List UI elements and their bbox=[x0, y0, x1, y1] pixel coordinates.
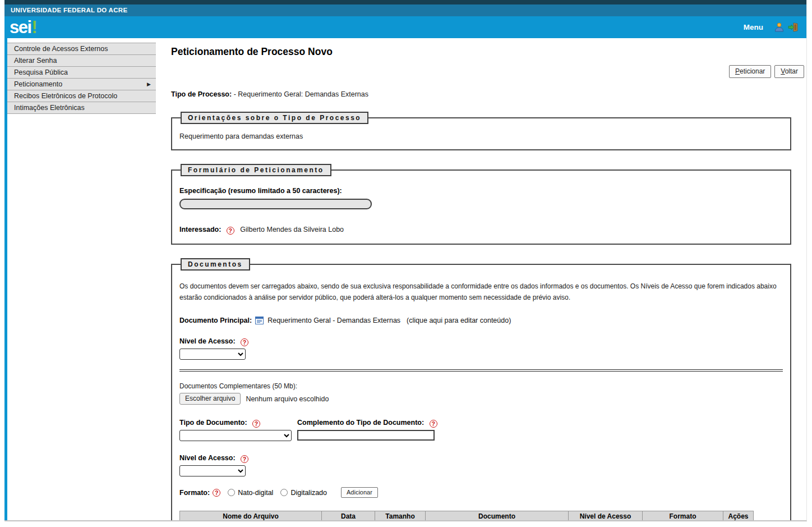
complemento-input[interactable] bbox=[297, 430, 435, 441]
col-data: Data bbox=[322, 511, 375, 521]
content-area: Controle de Acessos Externos Alterar Sen… bbox=[4, 38, 806, 521]
documentos-instrucoes: Os documentos devem ser carregados abaix… bbox=[179, 281, 783, 303]
header-actions: Menu bbox=[744, 22, 799, 33]
left-accent-strip bbox=[4, 38, 7, 520]
documentos-fieldset: Documentos Os documentos devem ser carre… bbox=[171, 258, 791, 521]
tipo-complemento-row: Tipo de Documento: ? Complemento do Tipo… bbox=[179, 417, 783, 441]
sidebar-item-controle-acessos[interactable]: Controle de Acessos Externos bbox=[7, 43, 156, 55]
radio-digitalizado-input[interactable] bbox=[280, 489, 288, 496]
menu-link[interactable]: Menu bbox=[744, 23, 763, 31]
documentos-table: Nome do Arquivo Data Tamanho Documento N… bbox=[179, 511, 754, 521]
nivel-acesso-2-select[interactable] bbox=[179, 465, 246, 476]
help-icon[interactable]: ? bbox=[241, 455, 248, 463]
col-nivel-acesso: Nível de Acesso bbox=[569, 511, 643, 521]
main-panel: Peticionamento de Processo Novo Peticion… bbox=[171, 38, 806, 521]
sidebar-item-pesquisa-publica[interactable]: Pesquisa Pública bbox=[7, 67, 156, 79]
nivel-acesso-2-label: Nível de Acesso: bbox=[179, 454, 236, 462]
sidebar-item-recibos[interactable]: Recibos Eletrônicos de Protocolo bbox=[7, 90, 156, 102]
sidebar-item-intimacoes[interactable]: Intimações Eletrônicas bbox=[7, 102, 156, 114]
sidebar-item-label: Alterar Senha bbox=[14, 57, 57, 65]
sidebar-item-label: Recibos Eletrônicos de Protocolo bbox=[14, 92, 117, 100]
page: UNIVERSIDADE FEDERAL DO ACRE sei! Menu bbox=[4, 0, 807, 521]
sidebar-item-alterar-senha[interactable]: Alterar Senha bbox=[7, 55, 156, 67]
especificacao-label: Especificação (resumo limitado a 50 cara… bbox=[179, 187, 342, 195]
section-divider bbox=[179, 369, 783, 372]
radio-nato-digital-input[interactable] bbox=[228, 489, 235, 496]
sidebar-item-label: Pesquisa Pública bbox=[14, 68, 68, 76]
formato-label: Formato: bbox=[179, 489, 210, 497]
sei-logo-bang: ! bbox=[32, 17, 37, 37]
documento-principal-label: Documento Principal: bbox=[179, 317, 252, 324]
documento-principal-hint[interactable]: (clique aqui para editar conteúdo) bbox=[407, 317, 511, 324]
radio-nato-digital[interactable]: Nato-digital bbox=[228, 489, 273, 497]
nivel-acesso-1-label: Nível de Acesso: bbox=[179, 337, 236, 345]
sei-logo[interactable]: sei! bbox=[10, 19, 36, 36]
institution-name: UNIVERSIDADE FEDERAL DO ACRE bbox=[11, 7, 127, 13]
sidebar-menu: Controle de Acessos Externos Alterar Sen… bbox=[7, 43, 156, 114]
page-title: Peticionamento de Processo Novo bbox=[171, 46, 804, 58]
help-icon[interactable]: ? bbox=[213, 489, 220, 497]
documentos-table-header-row: Nome do Arquivo Data Tamanho Documento N… bbox=[180, 511, 754, 521]
top-action-buttons: Peticionar Voltar bbox=[171, 65, 804, 78]
help-icon[interactable]: ? bbox=[252, 420, 260, 428]
file-status-text: Nenhum arquivo escolhido bbox=[246, 395, 329, 403]
tipo-documento-label: Tipo de Documento: bbox=[179, 419, 247, 427]
col-tamanho: Tamanho bbox=[375, 511, 426, 521]
tipo-processo-label: Tipo de Processo: bbox=[171, 90, 232, 98]
sidebar-item-label: Controle de Acessos Externos bbox=[14, 45, 108, 53]
orientacoes-text: Requerimento para demandas externas bbox=[179, 132, 783, 140]
col-acoes: Ações bbox=[723, 511, 754, 521]
sidebar-item-peticionamento[interactable]: Peticionamento ▶ bbox=[7, 79, 156, 90]
voltar-button[interactable]: Voltar bbox=[774, 65, 804, 78]
interessado-row: Interessado: ? Gilberto Mendes da Silvei… bbox=[179, 224, 783, 235]
sidebar-item-label: Peticionamento bbox=[14, 80, 62, 88]
file-input-row: Escolher arquivo Nenhum arquivo escolhid… bbox=[179, 393, 783, 405]
submenu-arrow-icon: ▶ bbox=[147, 81, 151, 87]
radio-digitalizado-label: Digitalizado bbox=[290, 489, 327, 497]
formulario-legend: Formulário de Peticionamento bbox=[181, 164, 331, 176]
nivel-acesso-1-select[interactable] bbox=[179, 349, 246, 360]
tipo-processo-row: Tipo de Processo: - Requerimento Geral: … bbox=[171, 90, 804, 98]
complemento-label: Complemento do Tipo de Documento: bbox=[297, 419, 424, 427]
formato-row: Formato: ? Nato-digital Digitalizado Adi… bbox=[179, 487, 783, 498]
sei-logo-text: sei bbox=[10, 17, 31, 37]
logout-door-icon[interactable] bbox=[788, 22, 799, 33]
documento-principal-link[interactable]: Requerimento Geral - Demandas Externas bbox=[267, 317, 400, 324]
col-documento: Documento bbox=[426, 511, 569, 521]
radio-digitalizado[interactable]: Digitalizado bbox=[280, 489, 327, 497]
interessado-label: Interessado: bbox=[179, 226, 221, 233]
documento-principal-row: Documento Principal: Requerimento Geral … bbox=[179, 317, 783, 324]
formulario-fieldset: Formulário de Peticionamento Especificaç… bbox=[171, 164, 791, 245]
especificacao-input[interactable] bbox=[179, 199, 372, 209]
institution-band: UNIVERSIDADE FEDERAL DO ACRE bbox=[4, 4, 806, 16]
top-strip bbox=[4, 0, 806, 4]
header-bar: sei! Menu bbox=[4, 16, 806, 38]
col-nome-arquivo: Nome do Arquivo bbox=[180, 511, 322, 521]
user-icon[interactable] bbox=[774, 22, 785, 33]
help-icon[interactable]: ? bbox=[227, 227, 234, 235]
help-icon[interactable]: ? bbox=[430, 420, 437, 428]
peticionar-button[interactable]: Peticionar bbox=[729, 65, 771, 78]
complemento-block: Complemento do Tipo de Documento: ? bbox=[297, 417, 437, 441]
orientacoes-legend: Orientações sobre o Tipo de Processo bbox=[181, 112, 368, 124]
sidebar-item-label: Intimações Eletrônicas bbox=[14, 104, 85, 112]
nivel-acesso-2-block: Nível de Acesso: ? bbox=[179, 452, 783, 476]
adicionar-button[interactable]: Adicionar bbox=[341, 487, 378, 498]
help-icon[interactable]: ? bbox=[241, 338, 248, 346]
interessado-value: Gilberto Mendes da Silveira Lobo bbox=[240, 226, 344, 233]
documentos-complementares-label: Documentos Complementares (50 Mb): bbox=[179, 382, 783, 390]
document-editor-icon[interactable] bbox=[255, 317, 264, 324]
radio-nato-digital-label: Nato-digital bbox=[238, 489, 273, 497]
tipo-documento-block: Tipo de Documento: ? bbox=[179, 417, 292, 441]
tipo-documento-select[interactable] bbox=[179, 430, 292, 441]
documentos-legend: Documentos bbox=[181, 258, 250, 271]
tipo-processo-value: - Requerimento Geral: Demandas Externas bbox=[234, 90, 368, 98]
col-formato: Formato bbox=[643, 511, 723, 521]
orientacoes-fieldset: Orientações sobre o Tipo de Processo Req… bbox=[171, 112, 791, 150]
escolher-arquivo-button[interactable]: Escolher arquivo bbox=[179, 393, 241, 405]
nivel-acesso-1-block: Nível de Acesso: ? bbox=[179, 336, 783, 360]
